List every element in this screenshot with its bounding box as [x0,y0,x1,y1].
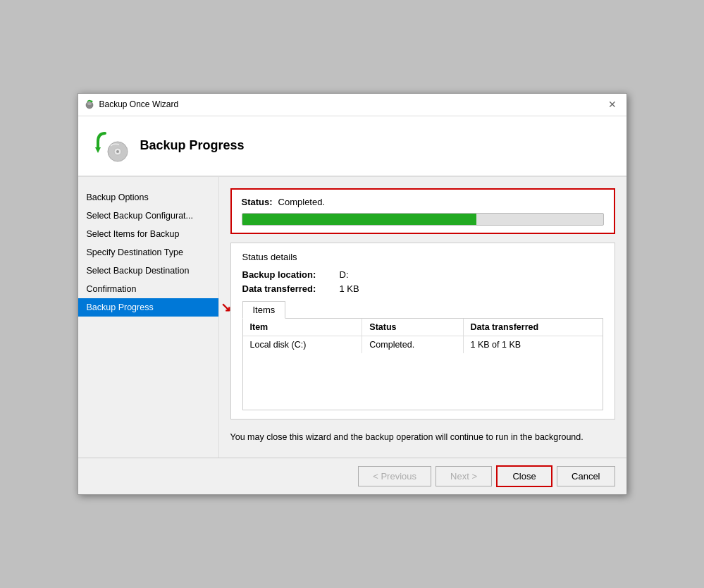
col-header-status: Status [362,319,463,336]
next-button[interactable]: Next > [436,466,492,486]
title-bar-left: Backup Once Wizard [84,99,179,110]
window-close-button[interactable]: ✕ [604,96,621,113]
cell-data-transferred: 1 KB of 1 KB [463,336,602,353]
page-title: Backup Progress [140,138,245,153]
header: Backup Progress [78,116,626,177]
sidebar-item-confirmation[interactable]: Confirmation [78,280,218,298]
previous-button[interactable]: < Previous [358,466,431,486]
sidebar-item-select-backup-config[interactable]: Select Backup Configurat... [78,207,218,225]
items-table: Item Status Data transferred Local disk … [243,319,603,410]
cell-item: Local disk (C:) [243,336,362,353]
status-box: Status: Completed. [230,188,615,234]
progress-bar-fill [242,214,477,225]
col-header-item: Item [243,319,362,336]
status-value: Completed. [278,197,325,207]
title-bar: Backup Once Wizard ✕ [78,94,626,116]
details-section: Status details Backup location: D: Data … [230,243,615,419]
main-window: Backup Once Wizard ✕ Backup Progress Bac… [78,93,627,496]
title-bar-icon [84,99,95,110]
data-transferred-row: Data transferred: 1 KB [242,283,603,294]
tab-bar: Items [242,301,603,319]
window-title: Backup Once Wizard [99,99,179,109]
sidebar-item-select-backup-dest[interactable]: Select Backup Destination [78,262,218,280]
progress-bar [242,213,604,226]
main-content: Status: Completed. Status details Backup… [219,177,626,458]
body: Backup Options Select Backup Configurat.… [78,177,626,458]
empty-row [243,353,603,410]
close-button[interactable]: Close [496,465,552,487]
details-title: Status details [242,252,603,262]
status-label: Status: [242,197,273,207]
svg-point-1 [87,102,92,105]
header-icon [92,128,129,164]
backup-location-label: Backup location: [242,269,334,280]
arrow-indicator: ↘ [221,300,231,315]
sidebar-item-backup-progress[interactable]: Backup Progress ↘ [78,298,218,317]
backup-location-row: Backup location: D: [242,269,603,280]
backup-icon [92,128,129,164]
backup-location-value: D: [340,269,349,280]
status-row: Status: Completed. [242,197,604,207]
col-header-data-transferred: Data transferred [463,319,602,336]
cell-status: Completed. [362,336,463,353]
sidebar-item-backup-options[interactable]: Backup Options [78,188,218,207]
data-transferred-label: Data transferred: [242,283,334,294]
footer-note: You may close this wizard and the backup… [230,428,615,447]
tab-items[interactable]: Items [242,301,286,319]
data-transferred-value: 1 KB [340,283,359,294]
svg-marker-3 [95,147,101,153]
table-row: Local disk (C:) Completed. 1 KB of 1 KB [243,336,603,353]
cancel-button[interactable]: Cancel [557,466,615,486]
sidebar: Backup Options Select Backup Configurat.… [78,177,219,458]
sidebar-item-specify-destination[interactable]: Specify Destination Type [78,243,218,262]
items-table-container: Item Status Data transferred Local disk … [242,318,603,410]
svg-point-6 [116,150,119,153]
sidebar-item-select-items[interactable]: Select Items for Backup [78,225,218,243]
button-row: < Previous Next > Close Cancel [78,458,626,494]
